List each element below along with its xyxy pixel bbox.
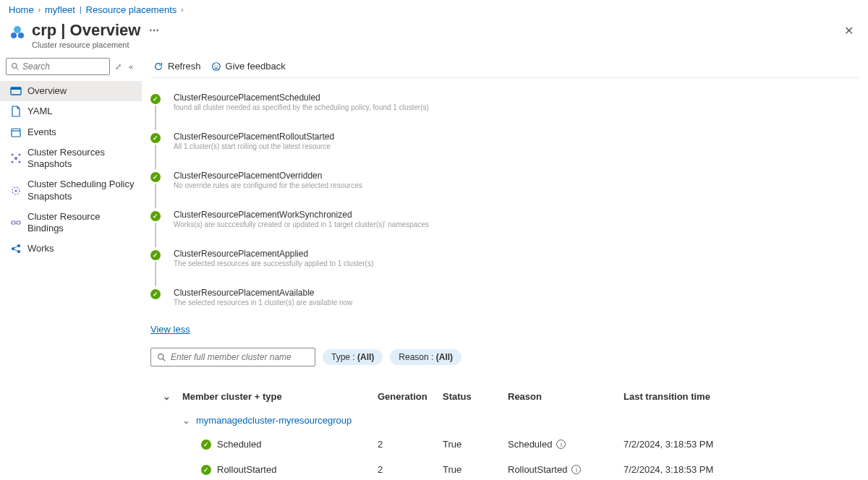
svg-line-22 xyxy=(14,249,18,252)
overview-icon xyxy=(10,85,22,97)
pipe-icon: | xyxy=(80,6,82,14)
refresh-button[interactable]: Refresh xyxy=(153,61,201,72)
svg-point-15 xyxy=(15,189,17,192)
row-type: Scheduled xyxy=(217,439,261,450)
svg-point-24 xyxy=(214,65,215,66)
column-header-reason[interactable]: Reason xyxy=(508,391,624,402)
sidebar-item-yaml[interactable]: YAML xyxy=(0,101,142,121)
row-time: 7/2/2024, 3:18:53 PM xyxy=(624,439,859,450)
svg-point-20 xyxy=(17,250,20,253)
svg-point-0 xyxy=(14,26,21,33)
sidebar-item-events[interactable]: Events xyxy=(0,122,142,142)
success-icon xyxy=(201,465,211,475)
svg-point-13 xyxy=(19,161,21,163)
svg-point-10 xyxy=(12,154,14,156)
info-icon[interactable]: i xyxy=(571,465,581,474)
sidebar-item-label: Cluster Resource Bindings xyxy=(27,211,135,235)
type-filter-pill[interactable]: Type : (All) xyxy=(323,349,383,365)
timeline-desc: The selected resources are successfully … xyxy=(174,260,373,267)
sidebar: ⤢ « Overview YAML Events Cluster Resourc… xyxy=(0,55,142,480)
timeline-item: ClusterResourcePlacementScheduledfound a… xyxy=(150,93,859,132)
svg-point-25 xyxy=(217,65,218,66)
breadcrumb: Home › myfleet | Resource placements › xyxy=(0,0,868,20)
column-header-generation[interactable]: Generation xyxy=(378,391,443,402)
view-less-link[interactable]: View less xyxy=(150,324,190,335)
sidebar-item-cluster-resource-bindings[interactable]: Cluster Resource Bindings xyxy=(0,207,142,239)
chevron-down-icon[interactable]: ⌄ xyxy=(182,415,190,426)
search-icon xyxy=(11,62,20,71)
works-icon xyxy=(10,243,22,254)
page-header: crp | Overview ⋯ Cluster resource placem… xyxy=(0,20,868,55)
main-content: Refresh Give feedback ClusterResourcePla… xyxy=(142,55,868,480)
feedback-icon xyxy=(211,61,221,72)
page-subtitle: Cluster resource placement xyxy=(32,40,163,49)
column-header-name[interactable]: Member cluster + type xyxy=(182,391,378,402)
filter-row: Type : (All) Reason : (All) xyxy=(150,348,859,367)
sidebar-item-label: Overview xyxy=(27,85,67,97)
toolbar: Refresh Give feedback xyxy=(150,55,859,78)
timeline-desc: The selected resources in 1 cluster(s) a… xyxy=(174,299,352,307)
svg-point-26 xyxy=(158,353,163,359)
svg-point-9 xyxy=(14,157,17,160)
sidebar-item-cluster-scheduling-policy-snapshots[interactable]: Cluster Scheduling Policy Snapshots xyxy=(0,174,142,207)
page-title: crp | Overview xyxy=(32,21,140,40)
row-status: True xyxy=(443,439,508,450)
row-time: 7/2/2024, 3:18:53 PM xyxy=(624,464,859,475)
timeline-item: ClusterResourcePlacementAppliedThe selec… xyxy=(150,249,859,288)
row-generation: 2 xyxy=(378,439,443,450)
column-header-time[interactable]: Last transition time xyxy=(624,391,859,402)
svg-line-27 xyxy=(163,359,165,361)
success-icon xyxy=(201,440,211,450)
info-icon[interactable]: i xyxy=(556,440,566,449)
svg-point-2 xyxy=(18,33,24,38)
row-status: True xyxy=(443,464,508,475)
breadcrumb-home[interactable]: Home xyxy=(9,4,34,15)
bindings-icon xyxy=(10,217,22,228)
sidebar-search-field[interactable] xyxy=(22,61,105,72)
breadcrumb-section[interactable]: Resource placements xyxy=(86,4,177,15)
give-feedback-button[interactable]: Give feedback xyxy=(211,61,286,72)
search-icon xyxy=(157,353,166,362)
timeline-item: ClusterResourcePlacementRolloutStartedAl… xyxy=(150,132,859,171)
timeline-desc: All 1 cluster(s) start rolling out the l… xyxy=(174,142,334,150)
svg-point-12 xyxy=(12,161,14,163)
success-icon xyxy=(150,250,161,260)
column-header-status[interactable]: Status xyxy=(443,391,508,402)
sidebar-item-label: Cluster Resources Snapshots xyxy=(27,147,135,171)
table-row: Scheduled 2 True Scheduled i 7/2/2024, 3… xyxy=(150,432,859,457)
close-button[interactable]: ✕ xyxy=(838,21,859,40)
member-cluster-link[interactable]: mymanagedcluster-myresourcegroup xyxy=(196,415,352,426)
sidebar-item-cluster-resources-snapshots[interactable]: Cluster Resources Snapshots xyxy=(0,142,142,175)
member-cluster-filter-field[interactable] xyxy=(171,352,309,362)
more-actions-button[interactable]: ⋯ xyxy=(146,25,163,36)
document-icon xyxy=(10,106,22,117)
success-icon xyxy=(150,94,161,104)
table-row: RolloutStarted 2 True RolloutStarted i 7… xyxy=(150,457,859,480)
timeline-title: ClusterResourcePlacementRolloutStarted xyxy=(174,132,334,142)
timeline-item: ClusterResourcePlacementAvailableThe sel… xyxy=(150,288,859,314)
expand-sidebar-button[interactable]: ⤢ xyxy=(113,62,123,72)
sidebar-search-input[interactable] xyxy=(6,58,110,75)
member-cluster-filter-input[interactable] xyxy=(150,348,315,367)
timeline-title: ClusterResourcePlacementOverridden xyxy=(174,171,362,181)
table-group-row[interactable]: ⌄ mymanagedcluster-myresourcegroup xyxy=(150,409,859,432)
svg-line-21 xyxy=(14,247,18,249)
sidebar-item-overview[interactable]: Overview xyxy=(0,81,142,101)
chevron-right-icon: › xyxy=(38,6,41,14)
reason-filter-pill[interactable]: Reason : (All) xyxy=(390,349,461,365)
sidebar-item-works[interactable]: Works xyxy=(0,239,142,259)
refresh-label: Refresh xyxy=(168,61,201,72)
timeline-title: ClusterResourcePlacementScheduled xyxy=(174,93,429,103)
table-header: ⌄ Member cluster + type Generation Statu… xyxy=(150,385,859,409)
refresh-icon xyxy=(153,61,163,72)
svg-point-1 xyxy=(11,33,17,38)
chevron-down-icon[interactable]: ⌄ xyxy=(163,391,171,402)
row-generation: 2 xyxy=(378,464,443,475)
svg-rect-6 xyxy=(11,87,21,90)
success-icon xyxy=(150,133,161,143)
svg-rect-17 xyxy=(17,221,20,224)
breadcrumb-fleet[interactable]: myfleet xyxy=(45,4,75,15)
collapse-sidebar-button[interactable]: « xyxy=(126,62,136,71)
timeline-title: ClusterResourcePlacementAvailable xyxy=(174,288,352,298)
row-reason: Scheduled xyxy=(508,439,552,450)
